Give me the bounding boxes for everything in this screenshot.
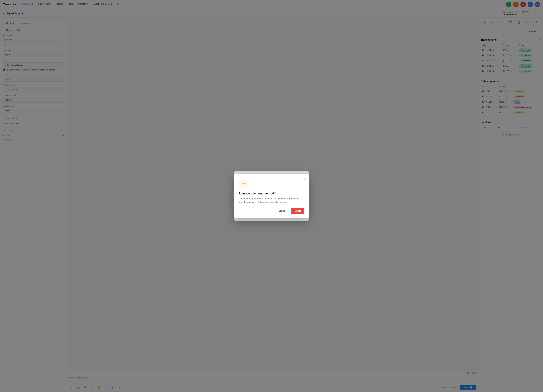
remove-payment-backdrop: ✕ 🗑 Remove payment method? The payment m… [0,0,543,392]
remove-modal-actions: Cancel Delete [238,208,305,214]
delete-button[interactable]: Delete [291,208,305,214]
trash-icon: 🗑 [241,182,245,187]
remove-payment-modal: ✕ 🗑 Remove payment method? The payment m… [234,174,309,218]
remove-modal-close[interactable]: ✕ [304,177,306,181]
remove-payment-description: The payment method will no longer be usa… [238,197,305,204]
cancel-button[interactable]: Cancel [275,208,289,214]
remove-payment-title: Remove payment method? [238,192,305,195]
remove-icon-wrapper: 🗑 [238,179,248,189]
